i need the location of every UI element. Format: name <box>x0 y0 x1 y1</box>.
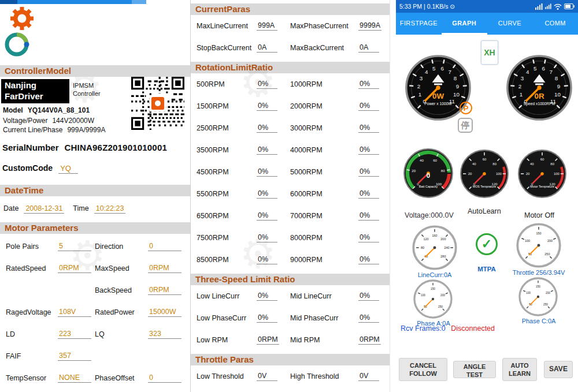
save-button[interactable]: SAVE <box>544 361 573 378</box>
param-label: BackSpeed <box>95 286 148 294</box>
param-row: TempSensorNONEPhaseOffset0 <box>6 367 190 389</box>
svg-text:100: 100 <box>526 292 531 294</box>
param-value[interactable]: 0% <box>358 255 379 264</box>
param-row: Low LineCurr0%Mid LineCurr0% <box>197 285 390 307</box>
svg-text:9: 9 <box>456 83 460 89</box>
section-header-current-paras: CurrentParas <box>191 3 390 15</box>
param-label: Pole Pairs <box>6 242 58 251</box>
stop-indicator[interactable]: 停 <box>458 118 473 133</box>
mtpa-check-icon[interactable]: ✓ <box>476 233 498 255</box>
param-value[interactable]: 0% <box>257 189 277 199</box>
param-value[interactable]: 0 <box>148 374 181 383</box>
param-value[interactable]: 0% <box>358 292 379 301</box>
param-label: 6000RPM <box>290 190 358 198</box>
param-value[interactable]: 108V <box>58 308 91 317</box>
speed-gauge: 012345678910110RSpeed x1000RPM <box>506 54 573 121</box>
left-panel: ⚙ ⚙ ControllerModel Nanjing FarDriver IP… <box>0 0 191 392</box>
param-label: StopBackCurrent <box>197 44 257 52</box>
mtpa-label: MTPA <box>476 266 498 272</box>
param-value[interactable]: 0% <box>358 145 379 155</box>
fardriver-logo <box>1 3 56 62</box>
param-value[interactable]: 0A <box>358 43 379 53</box>
svg-text:80: 80 <box>492 162 497 166</box>
custom-code-field[interactable]: YQ <box>58 164 78 174</box>
param-label: PhaseOffset <box>95 374 148 382</box>
param-value[interactable]: 0% <box>358 233 379 242</box>
param-value[interactable]: 0RPM <box>58 264 91 273</box>
voltage-readout: Voltage:000.0V <box>405 211 454 219</box>
param-value[interactable]: 0% <box>257 255 277 264</box>
svg-text:8: 8 <box>555 75 558 81</box>
tab-comm[interactable]: COMM <box>532 13 578 35</box>
param-value[interactable]: 0% <box>257 145 277 155</box>
param-value[interactable]: 0 <box>148 242 181 251</box>
param-value[interactable]: 0% <box>257 124 277 133</box>
gear-icon <box>5 3 39 36</box>
svg-text:5: 5 <box>432 65 436 72</box>
param-label: RatedPower <box>95 308 148 316</box>
svg-text:Motor Temprature: Motor Temprature <box>530 185 554 188</box>
param-value[interactable]: 0% <box>358 102 379 111</box>
param-value[interactable]: 223 <box>58 330 91 339</box>
datetime-row: Date 2008-12-31 Time 10:22:23 <box>3 204 125 214</box>
param-value[interactable]: 0% <box>257 211 277 221</box>
param-value[interactable]: 0% <box>257 292 277 301</box>
param-label: 4000RPM <box>290 146 358 154</box>
svg-text:Power x 1000W: Power x 1000W <box>424 102 452 106</box>
param-value[interactable]: 0% <box>358 313 379 323</box>
tab-curve[interactable]: CURVE <box>487 13 533 35</box>
phase-a-gauge: 50100150200250 <box>413 279 453 319</box>
auto-learn-button[interactable]: AUTO LEARN <box>502 358 537 381</box>
svg-text:200: 200 <box>546 292 550 294</box>
param-value[interactable]: 0% <box>358 189 379 199</box>
graph-content: XH 012345678910110WPower x 1000W 0123456… <box>396 35 578 353</box>
param-value[interactable]: 0% <box>257 233 277 242</box>
date-field[interactable]: 2008-12-31 <box>24 204 64 214</box>
param-value[interactable]: 0% <box>358 211 379 221</box>
param-value[interactable]: 0% <box>358 167 379 177</box>
param-value[interactable]: 0V <box>257 372 277 381</box>
param-value[interactable]: 357 <box>58 352 91 361</box>
svg-text:200: 200 <box>440 294 445 297</box>
param-value[interactable]: 0% <box>257 102 277 111</box>
param-value[interactable]: 15000W <box>148 308 181 317</box>
param-value[interactable]: 0V <box>358 372 379 381</box>
phase-c-gauge: 50100150200250 <box>518 277 558 316</box>
tab-firstpage[interactable]: FIRSTPAGE <box>396 13 442 35</box>
tab-graph[interactable]: GRAPH <box>442 13 487 35</box>
param-row: 5500RPM0%6000RPM0% <box>197 183 390 205</box>
param-row: 3500RPM0%4000RPM0% <box>197 139 390 161</box>
param-label: FAIF <box>6 352 58 360</box>
parking-indicator[interactable]: P <box>460 102 472 114</box>
param-value[interactable]: 0RPM <box>257 335 279 345</box>
param-label: 6500RPM <box>197 212 257 220</box>
param-value[interactable]: 0% <box>257 80 277 89</box>
param-row: StopBackCurrent0AMaxBackCurrent0A <box>197 37 390 59</box>
param-value[interactable]: 9999A <box>358 21 381 31</box>
param-value[interactable]: 0RPM <box>358 335 381 345</box>
xh-button[interactable]: XH <box>481 40 498 65</box>
angle-test-button[interactable]: ANGLE TEST <box>453 361 496 378</box>
param-value[interactable]: 999A <box>257 21 277 31</box>
param-value[interactable]: 0% <box>257 313 277 323</box>
param-row: MaxLineCurrent999AMaxPhaseCurrent9999A <box>197 15 390 37</box>
time-field[interactable]: 10:22:23 <box>94 204 126 214</box>
param-label: Low RPM <box>197 336 257 344</box>
param-value[interactable]: 5 <box>58 242 91 251</box>
param-label: LQ <box>95 330 148 338</box>
param-value[interactable]: 0% <box>358 80 379 89</box>
svg-text:8: 8 <box>454 75 457 81</box>
param-label: 1500RPM <box>197 102 257 110</box>
param-value[interactable]: 0RPM <box>148 286 181 295</box>
param-value[interactable]: 0RPM <box>148 264 181 273</box>
rcv-frames-status: Rcv Frames:0 Disconnected <box>401 324 495 333</box>
param-value[interactable]: 323 <box>148 330 181 339</box>
param-value[interactable]: 0% <box>358 124 379 133</box>
check-mark: ✓ <box>481 237 492 252</box>
cancel-follow-button[interactable]: CANCEL FOLLOW <box>399 358 447 381</box>
param-value[interactable]: 0% <box>257 167 277 177</box>
svg-text:20: 20 <box>412 169 416 173</box>
param-value[interactable]: 0A <box>257 43 277 53</box>
param-value[interactable]: NONE <box>58 374 91 383</box>
line-current-gauge: 4080120160200240280 <box>412 225 457 270</box>
